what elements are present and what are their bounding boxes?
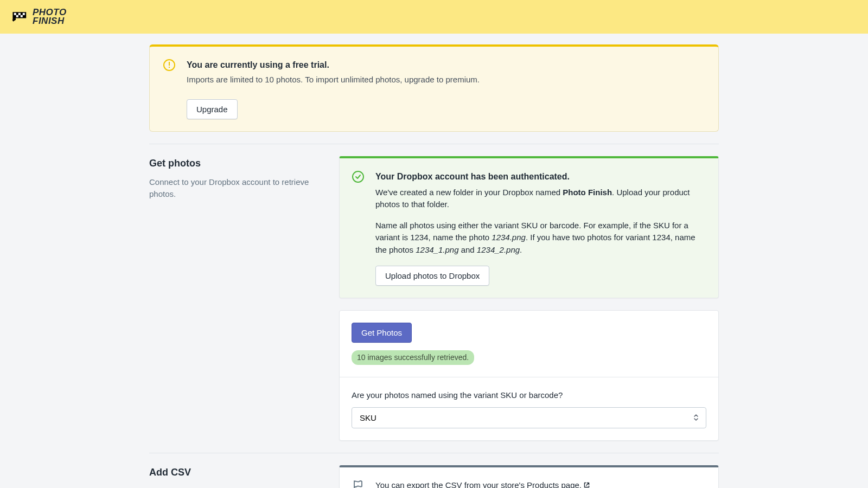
- header-bar: PHOTO FINISH: [0, 0, 868, 34]
- naming-select[interactable]: SKU: [352, 407, 706, 428]
- trial-banner-title: You are currently using a free trial.: [187, 59, 705, 72]
- get-photos-subtext: Connect to your Dropbox account to retri…: [149, 176, 317, 201]
- trial-banner: You are currently using a free trial. Im…: [149, 44, 719, 132]
- svg-rect-0: [14, 13, 16, 15]
- warning-icon: [163, 59, 176, 72]
- flag-icon: [11, 10, 29, 23]
- success-check-icon: [352, 170, 365, 183]
- get-photos-button[interactable]: Get Photos: [352, 323, 412, 343]
- flag-outline-icon: [352, 479, 365, 489]
- get-photos-card: Get Photos 10 images successfully retrie…: [339, 310, 719, 441]
- svg-rect-1: [18, 13, 21, 15]
- naming-select-label: Are your photos named using the variant …: [352, 389, 706, 402]
- retrieval-status-badge: 10 images successfully retrieved.: [352, 350, 474, 365]
- csv-export-text: You can export the CSV from your store's…: [375, 479, 706, 489]
- svg-rect-4: [21, 15, 23, 17]
- svg-rect-2: [23, 13, 25, 15]
- svg-point-8: [353, 171, 363, 182]
- logo-text: PHOTO FINISH: [33, 8, 67, 25]
- logo-line2: FINISH: [33, 17, 67, 25]
- auth-card-title: Your Dropbox account has been authentica…: [375, 170, 706, 183]
- auth-card-desc: We've created a new folder in your Dropb…: [375, 187, 706, 211]
- svg-rect-3: [16, 15, 18, 17]
- upgrade-button[interactable]: Upgrade: [187, 99, 238, 119]
- upload-dropbox-button[interactable]: Upload photos to Dropbox: [375, 266, 489, 286]
- external-link-icon: [583, 481, 590, 489]
- svg-rect-6: [169, 62, 170, 66]
- add-csv-heading: Add CSV: [149, 465, 317, 480]
- get-photos-heading: Get photos: [149, 156, 317, 171]
- logo: PHOTO FINISH: [11, 8, 67, 25]
- add-csv-card: You can export the CSV from your store's…: [339, 465, 719, 489]
- trial-banner-desc: Imports are limited to 10 photos. To imp…: [187, 74, 705, 86]
- dropbox-auth-card: Your Dropbox account has been authentica…: [339, 156, 719, 299]
- auth-card-naming: Name all photos using either the variant…: [375, 220, 706, 256]
- products-page-link[interactable]: store's Products page.: [501, 480, 582, 489]
- svg-rect-7: [169, 67, 170, 68]
